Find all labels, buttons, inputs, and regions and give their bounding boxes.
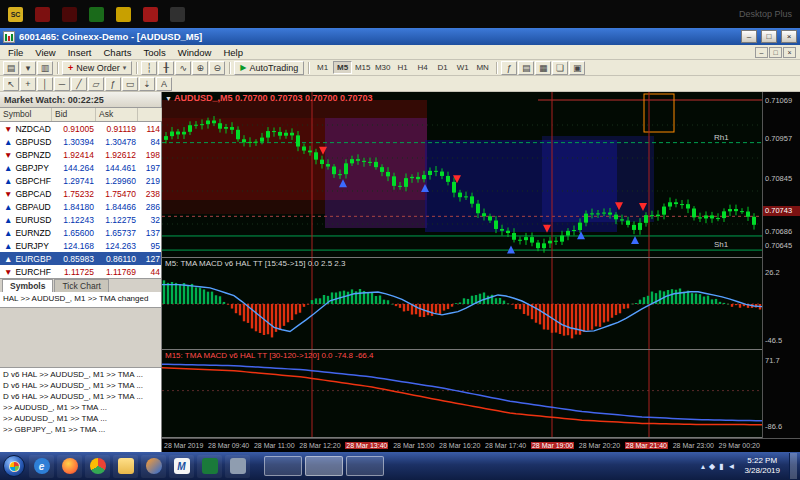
trendline-tool[interactable]: ╱ bbox=[71, 77, 87, 91]
zoom-in-icon[interactable]: ⊕ bbox=[192, 61, 208, 75]
market-watch-row-gbpjpy[interactable]: ▲GBPJPY144.264144.461197 bbox=[0, 161, 161, 174]
market-watch-row-eurnzd[interactable]: ▲EURNZD1.656001.65737137 bbox=[0, 226, 161, 239]
time-axis-label: 28 Mar 09:40 bbox=[208, 442, 249, 449]
app-icon-darkred[interactable] bbox=[35, 7, 50, 22]
menu-charts[interactable]: Charts bbox=[98, 46, 138, 59]
market-watch-row-eurgbp[interactable]: ▲EURGBP0.859830.86110127 bbox=[0, 252, 161, 265]
market-watch-row-gbpnzd[interactable]: ▼GBPNZD1.924141.92612198 bbox=[0, 148, 161, 161]
mdi-close-button[interactable]: × bbox=[783, 47, 796, 58]
timeframe-h1-button[interactable]: H1 bbox=[393, 61, 412, 74]
chart-dropdown-icon[interactable]: ▾ bbox=[20, 61, 36, 75]
timeframe-m5-button[interactable]: M5 bbox=[333, 61, 352, 74]
market-watch-row-gbpcad[interactable]: ▼GBPCAD1.752321.75470238 bbox=[0, 187, 161, 200]
mdi-restore-button[interactable]: □ bbox=[769, 47, 782, 58]
candlestick-chart-icon[interactable]: ╂ bbox=[158, 61, 174, 75]
new-chart-icon[interactable]: ▤ bbox=[3, 61, 19, 75]
volume-icon[interactable]: ◄ bbox=[727, 462, 735, 471]
timeframe-w1-button[interactable]: W1 bbox=[453, 61, 472, 74]
tile-windows-icon[interactable]: ▣ bbox=[569, 61, 585, 75]
start-button[interactable] bbox=[3, 455, 25, 477]
minimize-button[interactable]: – bbox=[741, 30, 757, 43]
autotrading-button[interactable]: ▶ AutoTrading bbox=[234, 61, 304, 75]
chart-window[interactable]: Rh1Sh1 ▼AUDUSD_,M5 0.70700 0.70703 0.707… bbox=[162, 92, 800, 452]
bar-chart-icon[interactable]: ┆ bbox=[141, 61, 157, 75]
market-watch-row-eurjpy[interactable]: ▲EURJPY124.168124.26395 bbox=[0, 239, 161, 252]
symbol-cell: ▲EURJPY bbox=[0, 241, 52, 251]
periods-icon[interactable]: ▤ bbox=[518, 61, 534, 75]
timeframe-d1-button[interactable]: D1 bbox=[433, 61, 452, 74]
app-icon-red[interactable] bbox=[143, 7, 158, 22]
taskbar-clock[interactable]: 5:22 PM 3/28/2019 bbox=[739, 456, 785, 475]
templates-icon[interactable]: ▦ bbox=[535, 61, 551, 75]
internet-explorer-icon[interactable]: e bbox=[29, 455, 54, 478]
tab-tick-chart[interactable]: Tick Chart bbox=[54, 279, 108, 292]
channel-tool[interactable]: ▱ bbox=[88, 77, 104, 91]
column-header: Bid bbox=[52, 108, 96, 121]
menu-view[interactable]: View bbox=[29, 46, 61, 59]
taskbar-window-button-2[interactable] bbox=[305, 456, 343, 476]
horizontal-line-tool[interactable]: ─ bbox=[54, 77, 70, 91]
crosshair-tool[interactable]: + bbox=[20, 77, 36, 91]
chart-app-icon[interactable] bbox=[197, 455, 222, 478]
taskbar-window-button-1[interactable] bbox=[264, 456, 302, 476]
sc-logo-icon[interactable]: SC bbox=[8, 7, 23, 22]
fibonacci-tool[interactable]: ƒ bbox=[105, 77, 121, 91]
mdi-minimize-button[interactable]: – bbox=[755, 47, 768, 58]
app-icon-dark[interactable] bbox=[170, 7, 185, 22]
menu-help[interactable]: Help bbox=[217, 46, 249, 59]
profiles-icon[interactable]: ▥ bbox=[37, 61, 53, 75]
folder-icon[interactable] bbox=[113, 455, 138, 478]
maximize-button[interactable]: □ bbox=[761, 30, 777, 43]
taskbar-window-button-3[interactable] bbox=[346, 456, 384, 476]
text-tool[interactable]: A bbox=[156, 77, 172, 91]
menu-tools[interactable]: Tools bbox=[137, 46, 171, 59]
cursor-tool[interactable]: ↖ bbox=[3, 77, 19, 91]
arrows-tool[interactable]: ⇣ bbox=[139, 77, 155, 91]
app-icon-yellow[interactable] bbox=[116, 7, 131, 22]
tma-indicator-pane[interactable]: M15: TMA MACD v6 HAL TT [30-120->120] 0.… bbox=[162, 350, 800, 438]
show-desktop-button[interactable] bbox=[789, 453, 797, 479]
price-scale[interactable]: 0.710690.709570.708450.706860.7064526.2-… bbox=[762, 92, 800, 438]
time-axis[interactable]: 28 Mar 201928 Mar 09:4028 Mar 11:0028 Ma… bbox=[162, 438, 800, 452]
main-price-pane[interactable]: Rh1Sh1 ▼AUDUSD_,M5 0.70700 0.70703 0.707… bbox=[162, 92, 800, 258]
market-watch-row-nzdcad[interactable]: ▼NZDCAD0.910050.91119114 bbox=[0, 122, 161, 135]
indicators-icon[interactable]: ƒ bbox=[501, 61, 517, 75]
chrome-icon[interactable] bbox=[85, 455, 110, 478]
mt4-terminal-icon[interactable]: M bbox=[169, 455, 194, 478]
tray-expand-icon[interactable]: ▴ bbox=[701, 462, 705, 471]
app-icon-maroon[interactable] bbox=[62, 7, 77, 22]
market-watch-row-gbpusd[interactable]: ▲GBPUSD1.303941.3047884 bbox=[0, 135, 161, 148]
bid-cell: 0.91005 bbox=[52, 124, 96, 134]
toolbar-separator bbox=[308, 62, 309, 74]
market-watch-row-eurchf[interactable]: ▼EURCHF1.117251.1176944 bbox=[0, 265, 161, 278]
zoom-out-icon[interactable]: ⊖ bbox=[209, 61, 225, 75]
timeframe-mn-button[interactable]: MN bbox=[473, 61, 492, 74]
menu-window[interactable]: Window bbox=[172, 46, 218, 59]
shapes-tool[interactable]: ▭ bbox=[122, 77, 138, 91]
vertical-line-tool[interactable]: │ bbox=[37, 77, 53, 91]
tray-status-icon[interactable]: ◆ bbox=[709, 462, 715, 471]
media-player-icon[interactable] bbox=[141, 455, 166, 478]
log-line: D v6 HAL >> AUDUSD_, M1 >> TMA ... bbox=[3, 370, 158, 381]
new-order-button[interactable]: + New Order ▾ bbox=[62, 61, 132, 75]
firefox-icon[interactable] bbox=[57, 455, 82, 478]
network-icon[interactable]: ▮ bbox=[719, 462, 723, 471]
timeframe-h4-button[interactable]: H4 bbox=[413, 61, 432, 74]
macd-indicator-pane[interactable]: M5: TMA MACD v6 HAL TT [15:45->15] 0.0 2… bbox=[162, 258, 800, 350]
timeframe-m15-button[interactable]: M15 bbox=[353, 61, 372, 74]
market-watch-row-gbpaud[interactable]: ▲GBPAUD1.841801.84466286 bbox=[0, 200, 161, 213]
line-chart-icon[interactable]: ∿ bbox=[175, 61, 191, 75]
app-icon-flags[interactable] bbox=[89, 7, 104, 22]
column-header: Symbol bbox=[0, 108, 52, 121]
market-watch-row-gbpchf[interactable]: ▲GBPCHF1.297411.29960219 bbox=[0, 174, 161, 187]
cascade-windows-icon[interactable]: ❏ bbox=[552, 61, 568, 75]
tab-symbols[interactable]: Symbols bbox=[2, 279, 53, 292]
timeframe-m1-button[interactable]: M1 bbox=[313, 61, 332, 74]
timeframe-m30-button[interactable]: M30 bbox=[373, 61, 392, 74]
menu-insert[interactable]: Insert bbox=[62, 46, 98, 59]
chart-dropdown-icon[interactable]: ▼ bbox=[165, 95, 172, 102]
calculator-icon[interactable] bbox=[225, 455, 250, 478]
market-watch-row-eurusd[interactable]: ▲EURUSD1.122431.1227532 bbox=[0, 213, 161, 226]
menu-file[interactable]: File bbox=[2, 46, 29, 59]
close-button[interactable]: × bbox=[781, 30, 797, 43]
